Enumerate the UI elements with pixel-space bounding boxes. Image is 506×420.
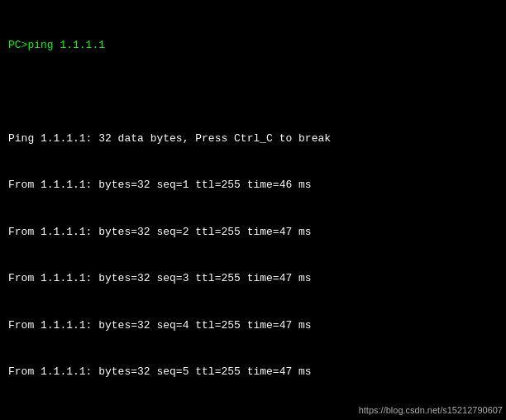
ping1-reply-2: From 1.1.1.1: bytes=32 seq=2 ttl=255 tim… bbox=[8, 225, 498, 241]
ping1-reply-1: From 1.1.1.1: bytes=32 seq=1 ttl=255 tim… bbox=[8, 178, 498, 193]
ping1-header: Ping 1.1.1.1: 32 data bytes, Press Ctrl_… bbox=[8, 131, 498, 147]
blank-line-1 bbox=[8, 84, 498, 100]
ping1-reply-3: From 1.1.1.1: bytes=32 seq=3 ttl=255 tim… bbox=[8, 271, 498, 287]
watermark: https://blog.csdn.net/s15212790607 bbox=[359, 405, 503, 415]
terminal-window: PC>ping 1.1.1.1 Ping 1.1.1.1: 32 data by… bbox=[0, 0, 506, 420]
cmd-line-1: PC>ping 1.1.1.1 bbox=[8, 38, 498, 54]
ping1-reply-4: From 1.1.1.1: bytes=32 seq=4 ttl=255 tim… bbox=[8, 318, 498, 334]
ping1-reply-5: From 1.1.1.1: bytes=32 seq=5 ttl=255 tim… bbox=[8, 365, 498, 380]
